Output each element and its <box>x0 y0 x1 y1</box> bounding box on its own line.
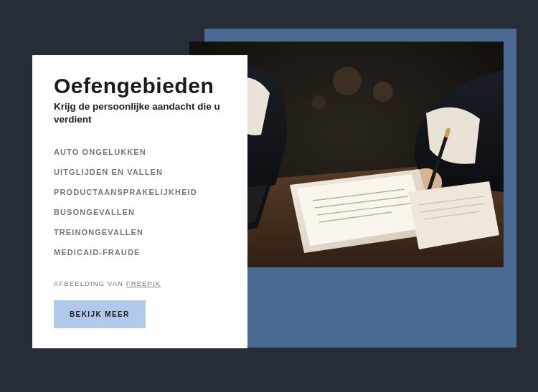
list-item[interactable]: TREINONGEVALLEN <box>54 222 226 242</box>
card-subtitle: Krijg de persoonlijke aandacht die u ver… <box>54 100 226 126</box>
svg-point-18 <box>373 82 393 102</box>
practice-areas-list: AUTO ONGELUKKEN UITGLIJDEN EN VALLEN PRO… <box>54 142 226 262</box>
practice-areas-card: Oefengebieden Krijg de persoonlijke aand… <box>32 55 247 348</box>
list-item[interactable]: AUTO ONGELUKKEN <box>54 142 226 162</box>
svg-point-19 <box>311 95 326 110</box>
list-item[interactable]: UITGLIJDEN EN VALLEN <box>54 162 226 182</box>
list-item[interactable]: PRODUCTAANSPRAKELIJKHEID <box>54 182 226 202</box>
view-more-button[interactable]: BEKIJK MEER <box>54 300 146 328</box>
svg-point-17 <box>333 67 362 95</box>
image-attribution: AFBEELDING VAN FREEPIK <box>54 279 226 287</box>
list-item[interactable]: MEDICAID-FRAUDE <box>54 242 226 262</box>
list-item[interactable]: BUSONGEVALLEN <box>54 202 226 222</box>
card-title: Oefengebieden <box>54 74 226 98</box>
attribution-link[interactable]: FREEPIK <box>126 279 161 287</box>
